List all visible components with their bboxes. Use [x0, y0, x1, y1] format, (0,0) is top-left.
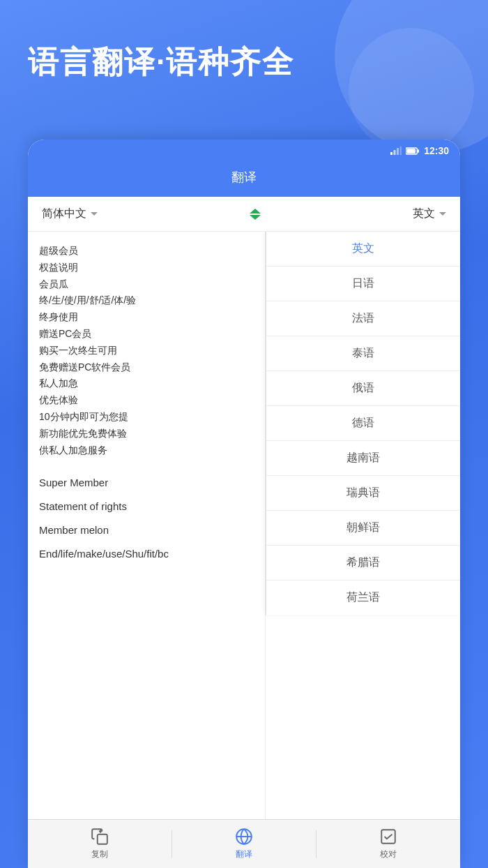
dropdown-item-swedish[interactable]: 瑞典语	[266, 476, 460, 511]
chinese-line-4: 终/生/使/用/舒/适/体/验	[39, 292, 254, 309]
translated-text-block: Super Member Statement of rights Member …	[39, 472, 254, 564]
svg-rect-5	[418, 149, 419, 153]
dropdown-item-russian[interactable]: 俄语	[266, 371, 460, 406]
app-tagline: 语言翻译·语种齐全	[28, 42, 460, 83]
dropdown-item-german[interactable]: 德语	[266, 406, 460, 441]
target-lang-chevron-icon	[439, 212, 446, 216]
left-panel: 超级会员 权益说明 会员瓜 终/生/使/用/舒/适/体/验 终身使用 赠送PC会…	[28, 232, 266, 868]
check-icon	[379, 828, 397, 846]
chinese-line-11: 10分钟内即可为您提	[39, 409, 254, 426]
dropdown-item-japanese[interactable]: 日语	[266, 267, 460, 301]
dropdown-item-french[interactable]: 法语	[266, 301, 460, 336]
chinese-line-13: 供私人加急服务	[39, 442, 254, 459]
target-lang-label: 英文	[413, 207, 435, 221]
dropdown-item-greek[interactable]: 希腊语	[266, 546, 460, 581]
status-time: 12:30	[424, 145, 449, 156]
language-dropdown[interactable]: 英文 日语 法语 泰语 俄语 德语 越南语 瑞典语 朝鲜语 希腊语 荷兰语	[266, 232, 460, 615]
source-lang-chevron-icon	[91, 212, 98, 216]
chinese-line-8: 免费赠送PC软件会员	[39, 359, 254, 376]
chinese-line-6: 赠送PC会员	[39, 326, 254, 343]
tab-proofread[interactable]: 校对	[317, 828, 460, 860]
target-lang-selector[interactable]: 英文	[413, 207, 446, 221]
svg-rect-0	[390, 152, 392, 155]
svg-rect-11	[381, 830, 395, 844]
header-area: 语言翻译·语种齐全	[0, 0, 488, 104]
source-lang-selector[interactable]: 简体中文	[42, 207, 98, 221]
chinese-line-1: 超级会员	[39, 243, 254, 260]
translated-line-1: Super Member	[39, 472, 254, 493]
copy-icon	[91, 828, 109, 846]
battery-icon	[406, 147, 420, 155]
dropdown-item-vietnamese[interactable]: 越南语	[266, 441, 460, 476]
status-bar: 12:30	[28, 140, 460, 162]
tab-copy-label: 复制	[91, 848, 108, 860]
dropdown-item-korean[interactable]: 朝鲜语	[266, 511, 460, 546]
dropdown-item-thai[interactable]: 泰语	[266, 336, 460, 371]
translated-line-3: Member melon	[39, 520, 254, 541]
swap-arrow-down-icon	[250, 215, 261, 220]
chinese-line-3: 会员瓜	[39, 276, 254, 293]
tab-bar: 复制 翻译 校对	[28, 819, 460, 868]
app-topbar-title: 翻译	[231, 170, 257, 184]
swap-arrow-up-icon	[250, 209, 261, 214]
chinese-line-12: 新功能优先免费体验	[39, 426, 254, 442]
signal-icon	[390, 147, 402, 155]
tab-translate[interactable]: 翻译	[172, 828, 316, 860]
chinese-line-7: 购买一次终生可用	[39, 343, 254, 359]
chinese-line-9: 私人加急	[39, 375, 254, 392]
phone-frame: 12:30 翻译 简体中文 英文 超级会员 权益说明 会员瓜 终/生/使/用/舒…	[28, 140, 460, 868]
chinese-line-10: 优先体验	[39, 392, 254, 409]
tab-copy[interactable]: 复制	[28, 828, 171, 860]
dropdown-item-dutch[interactable]: 荷兰语	[266, 581, 460, 615]
lang-selector-row[interactable]: 简体中文 英文	[28, 197, 460, 232]
chinese-line-2: 权益说明	[39, 260, 254, 276]
chinese-line-5: 终身使用	[39, 309, 254, 326]
svg-rect-3	[400, 147, 402, 155]
dropdown-item-english[interactable]: 英文	[266, 232, 460, 267]
svg-rect-7	[98, 835, 107, 844]
swap-languages-button[interactable]	[250, 209, 261, 220]
translated-line-4: End/life/make/use/Shu/fit/bc	[39, 544, 254, 564]
translate-icon	[235, 828, 253, 846]
tab-translate-label: 翻译	[236, 848, 252, 860]
chinese-text-block: 超级会员 权益说明 会员瓜 终/生/使/用/舒/适/体/验 终身使用 赠送PC会…	[39, 243, 254, 458]
svg-rect-1	[394, 150, 396, 155]
app-topbar: 翻译	[28, 162, 460, 197]
svg-rect-2	[397, 148, 399, 155]
source-lang-label: 简体中文	[42, 207, 86, 221]
svg-rect-6	[407, 149, 416, 153]
content-area: 超级会员 权益说明 会员瓜 终/生/使/用/舒/适/体/验 终身使用 赠送PC会…	[28, 232, 460, 868]
translated-line-2: Statement of rights	[39, 496, 254, 517]
tab-proofread-label: 校对	[380, 848, 397, 860]
